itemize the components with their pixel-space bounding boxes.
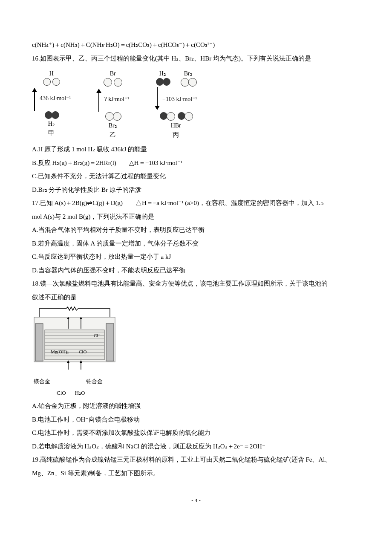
inlet-h2o-label: H₂O: [75, 387, 85, 399]
q19-stem-line1: 19.高纯硫酸锰作为合成镍钴锰三元正极材料的原料，工业上可由天然二氧化锰粉与硫化…: [32, 453, 360, 467]
molecule-label-br2: Br₂: [181, 69, 196, 78]
q19-stem-line2: Mg、Zn、Si 等元素)制备，工艺如下图所示。: [32, 467, 360, 480]
q16-option-b: B.反应 H₂(g)＋Br₂(g)＝2HRr(l) △H＝−103 kJ·mol…: [32, 156, 360, 170]
q16-option-c: C.已知条件不充分，无法计算乙过程的能量变化: [32, 170, 360, 183]
q16-option-d: D.Br₂ 分子的化学性质比 Br 原子的活泼: [32, 183, 360, 197]
right-electrode-label: 铂合金: [86, 376, 103, 387]
arrow-up-icon: [96, 87, 101, 112]
q18-stem-line2: 叙述不正确的是: [32, 291, 360, 304]
arrow-down-icon: [155, 87, 160, 112]
q17-option-c: C.当反应达到平衡状态时，放出热量一定小于 a kJ: [32, 250, 360, 264]
diagram-jia: H 436 kJ·mol⁻¹ H₂ 甲: [32, 69, 71, 138]
left-electrode-label: 镁合金: [34, 376, 50, 387]
q17-option-a: A.当混合气体的平均相对分子质量不变时，表明反应已达平衡: [32, 223, 360, 237]
q18-option-a: A.铂合金为正极，附近溶液的碱性增强: [32, 399, 360, 413]
svg-text:Cl⁻: Cl⁻: [94, 333, 101, 338]
atom-label-br: Br: [110, 69, 116, 78]
battery-icon: Cl⁻ Mg(OH)₂ ClO⁻: [32, 306, 117, 370]
q18-stem-line1: 18.镁—次氯酸盐燃料电池具有比能量高、安全方便等优点，该电池主要工作原理如图所…: [32, 277, 360, 291]
arrow-up-icon: [32, 86, 37, 111]
molecule-label-hbr: HBr: [171, 121, 181, 130]
energy-value: 436 kJ·mol⁻¹: [40, 94, 71, 103]
svg-text:Mg(OH)₂: Mg(OH)₂: [51, 349, 69, 355]
q18-option-c: C.电池工作时，需要不断添加次氯酸盐以保证电解质的氧化能力: [32, 426, 360, 440]
q17-stem-line2: mol A(s)与 2 mol B(g)，下列说法不正确的是: [32, 210, 360, 224]
page-number: - 4 -: [32, 494, 360, 506]
q18-option-b: B.电池工作时，OH⁻向镁合金电极移动: [32, 413, 360, 427]
inlet-clo-label: ClO⁻: [57, 387, 69, 399]
diagram-yi: Br ? kJ·mol⁻¹ Br₂ 乙: [96, 69, 129, 139]
q18-cell-diagram: Cl⁻ Mg(OH)₂ ClO⁻ 镁合金 铂合金 ClO⁻ H₂O: [32, 306, 117, 399]
atom-label-h: H: [49, 69, 54, 78]
svg-text:ClO⁻: ClO⁻: [79, 349, 89, 354]
q17-stem-line1: 17.已知 A(s)＋2B(g)⇌C(g)＋D(g) △H＝−a kJ·mol⁻…: [32, 197, 360, 210]
q18-option-d: D.若电解质溶液为 H₂O₂，硫酸和 NaCl 的混合液，则正极反应为 H₂O₂…: [32, 440, 360, 454]
caption-bing: 丙: [173, 130, 179, 139]
energy-value: ? kJ·mol⁻¹: [104, 95, 129, 104]
q16-option-a: A.H 原子形成 1 mol H₂ 吸收 436kJ 的能量: [32, 143, 360, 156]
q17-option-b: B.若升高温度，固体 A 的质量一定增加，气体分子总数不变: [32, 237, 360, 251]
top-formula: c(NH₄⁺)＋c(NH₃)＋C(NH₃·H₂O)＝c(H₂CO₃)＋c(HCO…: [32, 38, 360, 52]
caption-jia: 甲: [48, 129, 55, 138]
q16-stem: 16.如图表示甲、乙、丙三个过程的能量变化(其中 H₂、Br₂、HBr 均为气态…: [32, 52, 360, 66]
molecule-label-h2: H₂: [48, 120, 55, 128]
svg-rect-1: [35, 324, 43, 361]
q17-option-d: D.当容器内气体的压强不变时，不能表明反应已达平衡: [32, 264, 360, 278]
energy-value: −103 kJ·mol⁻¹: [162, 95, 197, 104]
molecule-label-h2: H₂: [156, 69, 170, 78]
diagram-bing: H₂ Br₂ −103 kJ·mol⁻¹ HBr 丙: [155, 69, 197, 139]
q16-diagram: H 436 kJ·mol⁻¹ H₂ 甲 Br ? kJ·mol⁻¹ Br₂ 乙 …: [32, 69, 360, 139]
molecule-label-br2: Br₂: [109, 121, 117, 130]
caption-yi: 乙: [110, 130, 116, 139]
svg-rect-2: [106, 324, 114, 361]
